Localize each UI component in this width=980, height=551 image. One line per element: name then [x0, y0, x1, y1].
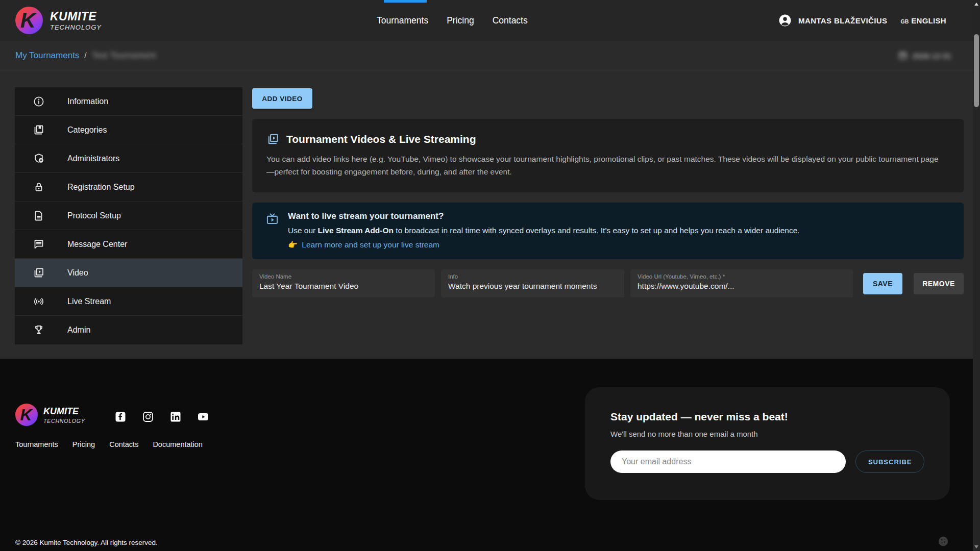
- sidebar-item-label: Admin: [67, 325, 90, 335]
- videos-card-title: Tournament Videos & Live Streaming: [286, 133, 476, 145]
- breadcrumb-current-redacted: Test Tournament: [92, 51, 156, 61]
- sidebar-item-admin[interactable]: Admin: [15, 316, 242, 344]
- bookmark-icon: [33, 124, 45, 136]
- footer-link-tournaments[interactable]: Tournaments: [15, 440, 58, 448]
- live-tv-icon: [265, 212, 279, 226]
- social-links: [114, 411, 209, 423]
- videos-card-description: You can add video links here (e.g. YouTu…: [266, 153, 945, 178]
- youtube-icon[interactable]: [197, 411, 209, 423]
- cookie-settings-icon[interactable]: [937, 535, 949, 547]
- video-url-field: Video Url (Youtube, Vimeo, etc.) *: [630, 269, 853, 297]
- add-video-button[interactable]: ADD VIDEO: [252, 88, 312, 109]
- main-nav: Tournaments Pricing Contacts: [377, 0, 528, 41]
- sidebar-item-label: Video: [67, 268, 88, 278]
- nav-pricing[interactable]: Pricing: [447, 15, 474, 26]
- copyright-text: © 2026 Kumite Technology. All rights res…: [15, 539, 158, 546]
- breadcrumb: My Tournaments / Test Tournament: [15, 41, 156, 70]
- sidebar-item-live-stream[interactable]: Live Stream: [15, 287, 242, 316]
- video-info-field: Info: [441, 269, 624, 297]
- nav-tournaments[interactable]: Tournaments: [377, 15, 428, 26]
- tournament-date-chip: 2026-12-31: [898, 41, 951, 70]
- language-selector[interactable]: GB ENGLISH: [900, 16, 946, 25]
- app-header: K KUMITE TECHNOLOGY Tournaments Pricing …: [0, 0, 980, 41]
- user-area: MANTAS BLAŽEVIČIUS GB ENGLISH: [778, 0, 946, 41]
- sidebar-item-protocol-setup[interactable]: Protocol Setup: [15, 202, 242, 230]
- remove-button[interactable]: REMOVE: [914, 273, 964, 294]
- kumite-logo-icon: K: [15, 7, 43, 34]
- footer-link-documentation[interactable]: Documentation: [153, 440, 203, 448]
- video-name-input[interactable]: [259, 282, 428, 291]
- sidebar-item-registration-setup[interactable]: Registration Setup: [15, 173, 242, 202]
- newsletter-email-input[interactable]: [610, 450, 846, 473]
- footer-link-contacts[interactable]: Contacts: [109, 440, 138, 448]
- calendar-icon: [898, 51, 908, 61]
- sidebar-item-video[interactable]: Video: [15, 259, 242, 287]
- video-page-main: ADD VIDEO Tournament Videos & Live Strea…: [252, 87, 964, 359]
- subscribe-button[interactable]: SUBSCRIBE: [855, 450, 924, 473]
- breadcrumb-my-tournaments[interactable]: My Tournaments: [15, 51, 79, 61]
- footer-brand-name: KUMITE: [43, 406, 85, 417]
- footer-link-pricing[interactable]: Pricing: [72, 440, 95, 448]
- scrollbar-down-arrow-icon[interactable]: [974, 545, 978, 548]
- sidebar-item-label: Administrators: [67, 154, 119, 163]
- trophy-icon: [33, 324, 45, 336]
- video-entry-row: Video Name Info Video Url (Youtube, Vime…: [252, 269, 964, 297]
- video-name-field: Video Name: [252, 269, 435, 297]
- live-stream-learn-more-link[interactable]: Learn more and set up your live stream: [302, 240, 439, 249]
- breadcrumb-separator: /: [84, 51, 86, 60]
- footer-brand[interactable]: K KUMITE TECHNOLOGY: [15, 404, 85, 426]
- save-button[interactable]: SAVE: [863, 273, 902, 294]
- banner-title: Want to live stream your tournament?: [288, 211, 800, 221]
- sidebar-item-label: Protocol Setup: [67, 211, 121, 220]
- content-layout: Information Categories Adminis: [0, 70, 980, 359]
- document-icon: [33, 210, 45, 222]
- banner-addon-name: Live Stream Add-On: [318, 226, 394, 235]
- sensors-icon: [33, 295, 45, 308]
- footer-links: Tournaments Pricing Contacts Documentati…: [15, 440, 203, 448]
- lock-icon: [33, 181, 45, 193]
- sidebar-item-label: Information: [67, 97, 108, 106]
- user-name[interactable]: MANTAS BLAŽEVIČIUS: [798, 16, 887, 25]
- video-url-input[interactable]: [638, 282, 846, 291]
- sidebar-item-label: Live Stream: [67, 297, 111, 306]
- facebook-icon[interactable]: [114, 411, 127, 423]
- page: K KUMITE TECHNOLOGY Tournaments Pricing …: [0, 0, 980, 551]
- sidebar-item-information[interactable]: Information: [15, 87, 242, 116]
- video-library-icon: [33, 267, 45, 279]
- video-url-label: Video Url (Youtube, Vimeo, etc.) *: [638, 273, 846, 280]
- tournament-date-redacted: 2026-12-31: [912, 52, 951, 60]
- video-name-label: Video Name: [259, 273, 428, 280]
- page-scrollbar[interactable]: [973, 0, 980, 551]
- linkedin-icon[interactable]: [169, 411, 182, 423]
- scrollbar-up-arrow-icon[interactable]: [974, 3, 978, 6]
- sidebar-item-administrators[interactable]: Administrators: [15, 144, 242, 173]
- sidebar-item-message-center[interactable]: Message Center: [15, 230, 242, 259]
- video-info-input[interactable]: [448, 282, 617, 291]
- video-info-label: Info: [448, 273, 617, 280]
- scrollbar-thumb[interactable]: [974, 34, 979, 107]
- brand-logo[interactable]: K KUMITE TECHNOLOGY: [15, 0, 102, 41]
- active-tab-indicator: [384, 0, 427, 3]
- breadcrumb-bar: My Tournaments / Test Tournament 2026-12…: [0, 41, 980, 70]
- sidebar-item-categories[interactable]: Categories: [15, 116, 242, 144]
- language-code: GB: [900, 18, 909, 24]
- instagram-icon[interactable]: [142, 411, 154, 423]
- footer-brand-subtitle: TECHNOLOGY: [43, 418, 85, 424]
- tournament-sidebar: Information Categories Adminis: [15, 87, 242, 359]
- brand-name: KUMITE: [50, 11, 102, 22]
- page-footer: K KUMITE TECHNOLOGY: [0, 359, 980, 551]
- videos-info-card: Tournament Videos & Live Streaming You c…: [252, 119, 964, 192]
- newsletter-subtext: We'll send no more than one email a mont…: [610, 430, 924, 438]
- nav-contacts[interactable]: Contacts: [493, 15, 528, 26]
- banner-body: Use our Live Stream Add-On to broadcast …: [288, 226, 800, 235]
- admin-shield-icon: [33, 153, 45, 165]
- info-icon: [33, 95, 45, 108]
- language-label: ENGLISH: [911, 16, 946, 25]
- newsletter-card: Stay updated — never miss a beat! We'll …: [585, 387, 950, 500]
- sidebar-item-label: Message Center: [67, 240, 127, 249]
- newsletter-heading: Stay updated — never miss a beat!: [610, 411, 924, 423]
- kumite-logo-icon: K: [15, 404, 38, 426]
- video-library-icon: [266, 133, 280, 146]
- account-circle-icon[interactable]: [778, 13, 792, 28]
- brand-subtitle: TECHNOLOGY: [50, 24, 102, 31]
